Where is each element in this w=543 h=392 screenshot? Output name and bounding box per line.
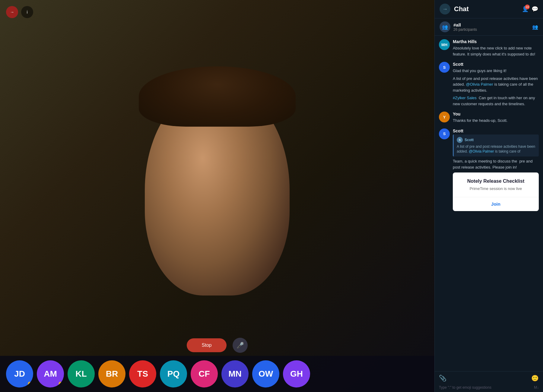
avatar: S xyxy=(439,62,450,73)
main-speaker-video xyxy=(0,0,434,356)
message-text-2: A list of pre and post release activitie… xyxy=(453,76,539,93)
video-background xyxy=(0,0,434,392)
message-sender: Scott xyxy=(453,62,539,67)
channel-info: #all 26 participants xyxy=(453,22,532,32)
mention-tag: @Olivia Palmer xyxy=(466,82,493,87)
group-icon: 👥 xyxy=(442,24,448,30)
bottom-controls: Stop 🎤 xyxy=(0,338,434,353)
channel-icon: 👥 xyxy=(440,21,450,32)
markdown-toggle[interactable]: M↓ xyxy=(534,385,539,390)
avatar: KL xyxy=(68,360,95,387)
mic-icon: 🎤 xyxy=(237,342,244,349)
video-area: → i Stop 🎤 JD ✋ AM ✋ KL BR TS PQ xyxy=(0,0,434,392)
checklist-card-title: Notely Release Checklist xyxy=(459,179,533,184)
info-icon: i xyxy=(27,10,27,14)
channel-header: 👥 #all 26 participants 👥 xyxy=(435,18,543,36)
messages-area[interactable]: MH Martha Hills Absolutely love the new … xyxy=(435,36,543,371)
avatar: TS xyxy=(129,360,156,387)
avatar: S xyxy=(439,128,450,139)
mention-tag: @Olivia Palmer xyxy=(469,149,494,153)
chat-header: → Chat 👤 24 💬 xyxy=(435,0,543,18)
message-input[interactable] xyxy=(449,376,528,381)
join-button[interactable]: Join xyxy=(491,201,500,207)
message-text: Glad that you guys are liking it! xyxy=(453,68,539,74)
message-text: Absolutely love the new click to add new… xyxy=(453,45,539,57)
overlay-controls: → i xyxy=(6,6,33,18)
avatar: MN xyxy=(221,360,249,387)
message-sender: Martha Hills xyxy=(453,39,539,44)
table-row: Y You Thanks for the heads-up, Scott. xyxy=(439,112,539,124)
list-item[interactable]: PQ xyxy=(160,360,187,387)
message-sender: You xyxy=(453,112,539,116)
chat-icon-button[interactable]: 💬 xyxy=(532,6,538,12)
list-item[interactable]: MN xyxy=(221,360,249,387)
avatar: MH xyxy=(439,39,450,50)
table-row: S Scott S Scott A list of pre and post r… xyxy=(439,128,539,211)
emoji-button[interactable]: 🙂 xyxy=(531,375,539,382)
checklist-card-subtitle: PrimeTime session is now live xyxy=(459,186,533,191)
quote-sender: S Scott xyxy=(457,137,536,143)
chat-header-icons: 👤 24 💬 xyxy=(522,6,538,12)
message-sender: Scott xyxy=(453,128,539,133)
list-item[interactable]: OW xyxy=(252,360,279,387)
message-text: Thanks for the heads-up, Scott. xyxy=(453,118,539,124)
emoji-icon: 🙂 xyxy=(531,375,539,381)
list-item[interactable]: TS xyxy=(129,360,156,387)
avatar: CF xyxy=(191,360,218,387)
attach-button[interactable]: 📎 xyxy=(439,375,446,382)
stop-button[interactable]: Stop xyxy=(187,338,227,352)
message-content: Martha Hills Absolutely love the new cli… xyxy=(453,39,539,57)
arrow-right-icon: → xyxy=(442,6,448,12)
message-content: Scott Glad that you guys are liking it! … xyxy=(453,62,539,107)
hand-raise-icon: ✋ xyxy=(27,381,33,387)
chat-input-hint: Type ":" to get emoji suggestions M↓ xyxy=(435,385,543,392)
chat-panel: → Chat 👤 24 💬 👥 #all 26 participants 👥 xyxy=(434,0,543,392)
participants-button[interactable]: 👤 24 xyxy=(522,6,529,12)
speaker-face xyxy=(145,84,290,296)
list-item[interactable]: CF xyxy=(191,360,218,387)
checklist-card-footer: Join xyxy=(453,197,539,211)
table-row: MH Martha Hills Absolutely love the new … xyxy=(439,39,539,57)
back-button[interactable]: → xyxy=(6,6,18,18)
checklist-card: Notely Release Checklist PrimeTime sessi… xyxy=(453,172,539,211)
avatar: Y xyxy=(439,112,450,122)
hand-raise-icon: ✋ xyxy=(57,381,63,387)
avatar: PQ xyxy=(160,360,187,387)
list-item[interactable]: AM ✋ xyxy=(37,360,64,387)
view-participants-button[interactable]: 👥 xyxy=(532,24,538,30)
paperclip-icon: 📎 xyxy=(439,375,446,381)
notification-badge: 24 xyxy=(525,5,530,9)
message-text-3: #Zylker Sales Can get in touch with her … xyxy=(453,95,539,107)
avatar: OW xyxy=(252,360,279,387)
arrow-right-icon: → xyxy=(10,10,14,14)
chat-bubble-icon: 💬 xyxy=(532,6,538,12)
channel-mention-tag: #Zylker Sales xyxy=(453,96,477,100)
hint-text: Type ":" to get emoji suggestions xyxy=(439,385,491,390)
list-item[interactable]: GH xyxy=(283,360,310,387)
quote-avatar: S xyxy=(457,137,463,143)
list-item[interactable]: JD ✋ xyxy=(6,360,33,387)
channel-participants: 26 participants xyxy=(453,27,532,32)
chat-input-area: 📎 🙂 Type ":" to get emoji suggestions M↓ xyxy=(435,371,543,392)
participants-strip: JD ✋ AM ✋ KL BR TS PQ CF MN OW GH xyxy=(0,356,434,392)
quote-text: A list of pre and post release activitie… xyxy=(457,144,536,154)
chat-close-button[interactable]: → xyxy=(440,4,450,14)
mic-button[interactable]: 🎤 xyxy=(233,338,248,353)
checklist-card-body: Notely Release Checklist PrimeTime sessi… xyxy=(453,172,539,197)
channel-name[interactable]: #all xyxy=(453,22,532,27)
chat-title: Chat xyxy=(454,5,522,13)
avatar: BR xyxy=(98,360,125,387)
participants-list-icon: 👥 xyxy=(532,24,538,30)
list-item[interactable]: BR xyxy=(98,360,125,387)
message-text: Team, a quick meeting to discuss the pre… xyxy=(453,158,539,170)
list-item[interactable]: KL xyxy=(68,360,95,387)
message-content: Scott S Scott A list of pre and post rel… xyxy=(453,128,539,211)
quote-block: S Scott A list of pre and post release a… xyxy=(453,134,539,157)
avatar: GH xyxy=(283,360,310,387)
info-button[interactable]: i xyxy=(21,6,33,18)
table-row: S Scott Glad that you guys are liking it… xyxy=(439,62,539,107)
chat-input-row: 📎 🙂 xyxy=(435,371,543,385)
message-content: You Thanks for the heads-up, Scott. xyxy=(453,112,539,124)
